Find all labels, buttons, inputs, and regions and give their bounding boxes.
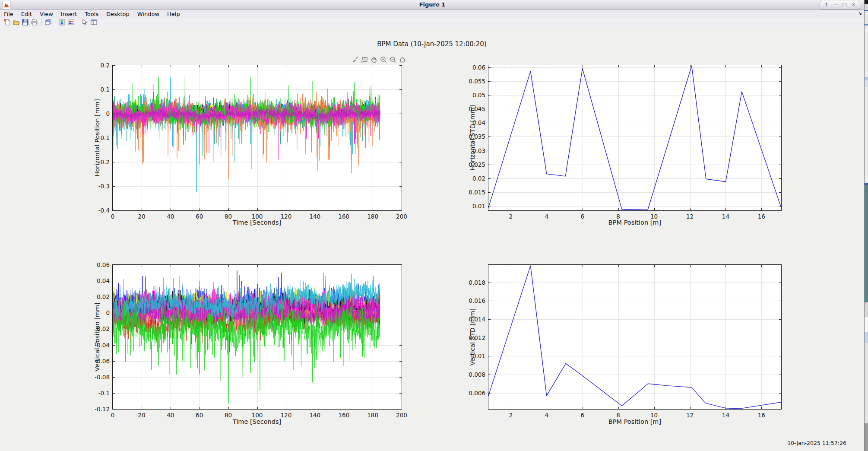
horizontal-std-plot-canvas[interactable]: [488, 65, 781, 210]
sliver-segment: [865, 302, 868, 317]
tr-y-axis-label: Horizontal STD [mm]: [469, 105, 476, 171]
x-tick-label: 2: [509, 412, 513, 419]
print-figure-button[interactable]: [30, 18, 39, 26]
x-tick-label: 0: [111, 213, 115, 220]
x-tick-label: 12: [686, 213, 694, 220]
sliver-segment: [865, 25, 868, 77]
y-tick-label: 0.018: [455, 279, 485, 286]
x-tick-label: 120: [281, 412, 292, 419]
link-plot-button[interactable]: [44, 18, 53, 26]
y-tick-label: 0.016: [455, 297, 485, 304]
insert-colorbar-button[interactable]: [57, 18, 67, 26]
sliver-segment: [865, 185, 868, 302]
br-x-axis-label: BPM Position [m]: [608, 418, 661, 425]
x-tick-label: 60: [196, 213, 203, 220]
figure-toolbar: [0, 18, 867, 27]
menu-file[interactable]: File: [0, 10, 17, 18]
close-button[interactable]: ×: [849, 2, 858, 9]
zoom-out-icon[interactable]: [389, 55, 397, 64]
sliver-segment: [865, 343, 868, 423]
y-tick-label: 0.02: [79, 293, 110, 300]
x-tick-label: 6: [580, 213, 584, 220]
x-tick-label: 80: [225, 412, 232, 419]
edit-plot-button[interactable]: [80, 18, 89, 26]
sliver-segment: [865, 317, 868, 332]
open-file-button[interactable]: [12, 18, 21, 26]
sliver-segment: [865, 11, 868, 24]
menu-insert[interactable]: Insert: [57, 10, 81, 18]
window-titlebar[interactable]: Figure 1 ↑ − □ ×: [0, 0, 865, 10]
x-tick-label: 14: [722, 213, 729, 220]
tl-y-axis-label: Horizontal Position [mm]: [94, 99, 101, 176]
brush-icon[interactable]: [351, 55, 359, 64]
y-tick-label: 0.008: [455, 371, 485, 378]
x-tick-label: 20: [138, 412, 145, 419]
axes-toolbar: [351, 55, 406, 64]
sliver-segment: [865, 87, 868, 183]
menu-help[interactable]: Help: [163, 10, 184, 18]
y-tick-label: 0.05: [455, 92, 485, 98]
pan-icon[interactable]: [370, 55, 378, 64]
figure-timestamp: 10-Jan-2025 11:57:26: [773, 440, 846, 446]
y-tick-label: 0.006: [455, 390, 485, 397]
y-tick-label: -0.12: [79, 406, 110, 413]
y-tick-label: 0.055: [455, 78, 485, 85]
horizontal-position-plot-canvas[interactable]: [113, 65, 402, 210]
y-tick-label: 0.2: [79, 62, 110, 69]
subplot-vertical-std[interactable]: 2468101214160.0180.0160.0140.0120.010.00…: [488, 264, 782, 410]
menu-edit[interactable]: Edit: [17, 10, 36, 18]
bl-y-axis-label: Vertical Position [mm]: [94, 302, 101, 372]
menu-view[interactable]: View: [36, 10, 57, 18]
menu-window[interactable]: Window: [133, 10, 163, 18]
minimize-button[interactable]: −: [831, 2, 840, 9]
shade-button[interactable]: ↑: [822, 2, 831, 9]
dock-figure-icon[interactable]: ↘: [858, 11, 862, 16]
subplot-vertical-position[interactable]: 0204060801001201401601802000.060.040.020…: [112, 264, 402, 410]
x-tick-label: 12: [686, 412, 694, 419]
screen: { "window": { "title": "Figure 1", "butt…: [0, 0, 868, 451]
x-tick-label: 180: [367, 213, 378, 220]
x-tick-label: 60: [196, 412, 203, 419]
zoom-in-icon[interactable]: [379, 55, 387, 64]
sliver-segment: [865, 4, 868, 10]
x-tick-label: 2: [509, 213, 513, 220]
tl-x-axis-label: Time [Seconds]: [233, 219, 281, 226]
x-tick-label: 160: [338, 213, 349, 220]
x-tick-label: 4: [545, 412, 548, 419]
toolbar-separator: [55, 19, 55, 26]
x-tick-label: 100: [252, 412, 263, 419]
x-tick-label: 16: [758, 213, 765, 220]
property-editor-button[interactable]: [89, 18, 98, 26]
subplot-horizontal-std[interactable]: 2468101214160.060.0550.050.0450.040.0350…: [488, 65, 782, 211]
menu-bar: FileEditViewInsertToolsDesktopWindowHelp: [0, 10, 865, 18]
maximize-button[interactable]: □: [840, 2, 849, 9]
menu-desktop[interactable]: Desktop: [102, 10, 133, 18]
x-tick-label: 16: [758, 412, 765, 419]
window-controls: ↑ − □ ×: [820, 1, 860, 10]
sliver-segment: [865, 0, 868, 4]
figure-title: BPM Data (10-Jan-2025 12:00:20): [377, 40, 487, 48]
vertical-position-plot-canvas[interactable]: [113, 265, 402, 409]
save-figure-button[interactable]: [21, 18, 30, 26]
subplot-horizontal-position[interactable]: 0204060801001201401601802000.20.10-0.1-0…: [112, 65, 402, 211]
sliver-segment: [865, 332, 868, 343]
y-tick-label: -0.1: [79, 390, 110, 397]
x-tick-label: 140: [309, 412, 320, 419]
y-tick-label: -0.3: [79, 183, 110, 190]
new-file-button[interactable]: [3, 18, 12, 26]
y-tick-label: 0.015: [455, 189, 485, 196]
x-tick-label: 8: [616, 412, 620, 419]
restore-view-icon[interactable]: [398, 55, 406, 64]
y-tick-label: 0.02: [455, 175, 485, 182]
x-tick-label: 160: [338, 412, 349, 419]
tr-x-axis-label: BPM Position [m]: [608, 219, 661, 226]
insert-legend-button[interactable]: [67, 18, 76, 26]
vertical-std-plot-canvas[interactable]: [488, 265, 781, 409]
sliver-segment: [865, 80, 868, 87]
menu-tools[interactable]: Tools: [81, 10, 102, 18]
x-tick-label: 200: [396, 213, 407, 220]
toolbar-separator: [41, 19, 41, 26]
bl-x-axis-label: Time [Seconds]: [233, 418, 281, 425]
datatips-icon[interactable]: [360, 55, 368, 64]
x-tick-label: 0: [111, 412, 115, 419]
